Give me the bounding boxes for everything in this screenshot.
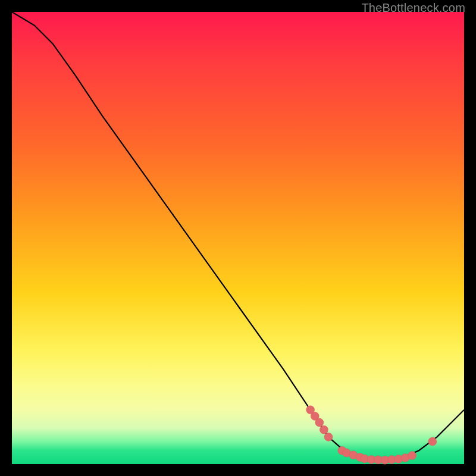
data-marker	[324, 433, 333, 441]
data-marker	[408, 452, 416, 460]
bottleneck-curve	[12, 12, 464, 460]
data-marker	[428, 437, 437, 446]
data-marker	[315, 418, 324, 427]
marker-group	[306, 406, 437, 464]
data-marker	[320, 425, 328, 434]
chart-plot-area	[12, 12, 464, 464]
chart-stage: TheBottleneck.com	[0, 0, 476, 476]
chart-svg	[12, 12, 464, 464]
